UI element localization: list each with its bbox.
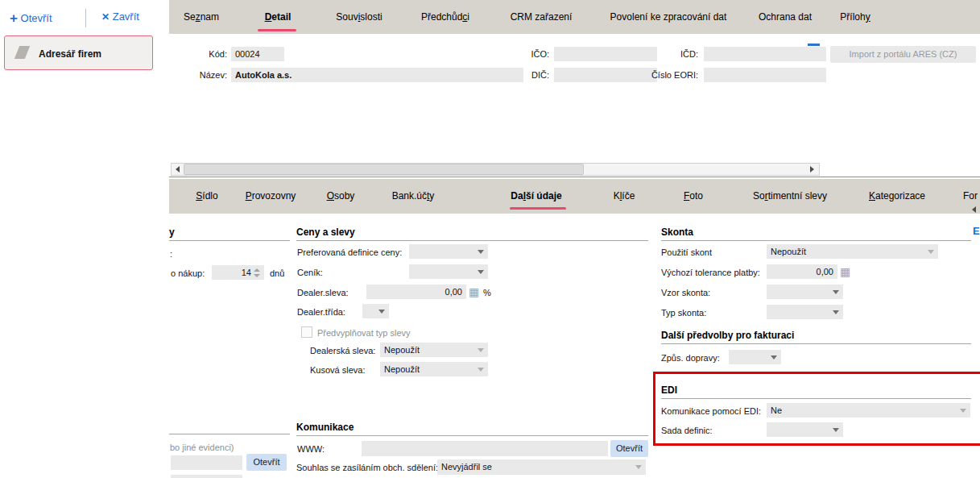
nazev-input[interactable]: AutoKola a.s. xyxy=(231,68,523,82)
prices-section-heading: Ceny a slevy xyxy=(296,227,648,241)
spinner-up-icon[interactable] xyxy=(254,268,260,272)
sada-definic-label: Sada definic: xyxy=(661,426,713,435)
dealer-sleva-input[interactable]: 0,00 xyxy=(366,285,466,299)
tab-dalsi-udaje[interactable]: Další údaje xyxy=(500,190,573,202)
cenik-label: Ceník: xyxy=(297,268,323,277)
tab-detail[interactable]: Detail xyxy=(255,11,300,23)
kod-input[interactable]: 00024 xyxy=(231,47,284,61)
typ-skonta-label: Typ skonta: xyxy=(661,308,706,318)
komunikace-section-heading: Komunikace xyxy=(296,422,648,436)
vzor-skonta-select[interactable] xyxy=(767,285,843,299)
tab-ochrana-dat[interactable]: Ochrana dat xyxy=(745,11,825,23)
icd-label: IČD: xyxy=(628,49,698,59)
tolerance-input[interactable]: 0,00 xyxy=(767,264,837,279)
scroll-left-icon[interactable] xyxy=(176,166,180,172)
zpus-dopravy-label: Způs. dopravy: xyxy=(661,353,720,363)
open-button-label: Otevřít xyxy=(21,12,52,24)
open-button[interactable]: + Otevřít xyxy=(10,10,52,27)
clipped-blue-element: E xyxy=(973,225,980,237)
typ-skonta-select[interactable] xyxy=(767,305,843,319)
nakup-label: o nákup: xyxy=(171,268,205,278)
edi-section-heading: EDI xyxy=(661,384,971,399)
sada-definic-select[interactable] xyxy=(767,422,843,437)
scrollbar-thumb[interactable] xyxy=(184,164,584,175)
calculator-icon[interactable]: ▦ xyxy=(840,266,850,277)
app-window: + Otevřít ✕ Zavřít Adresář firem Seznam … xyxy=(0,0,980,478)
eori-input[interactable] xyxy=(704,68,826,82)
left-note-fragment: bo jiné evidenci) xyxy=(170,443,234,452)
pref-definice-label: Preferovaná definice ceny: xyxy=(297,247,402,257)
percent-label: % xyxy=(483,288,491,297)
tab-prilohy[interactable]: Přílohy xyxy=(823,11,887,23)
tab-crm-zarazeni[interactable]: CRM zařazení xyxy=(501,11,581,23)
nakup-unit-label: dnů xyxy=(270,268,284,278)
tab-povoleni[interactable]: Povolení ke zpracování dat xyxy=(600,11,737,23)
www-label: WWW: xyxy=(297,444,325,454)
www-input[interactable] xyxy=(362,441,608,456)
komunikace-edi-select[interactable]: Ne xyxy=(767,403,970,418)
tab-osoby[interactable]: Osoby xyxy=(312,190,369,202)
dealerska-sleva-label: Dealerská sleva: xyxy=(310,346,375,355)
close-icon: ✕ xyxy=(101,11,110,23)
left-input-1[interactable] xyxy=(171,455,242,470)
kusova-sleva-label: Kusová sleva: xyxy=(310,365,365,375)
tab-predchudci[interactable]: Předchůdci xyxy=(413,11,478,23)
kod-label: Kód: xyxy=(169,49,227,59)
tab-provozovny[interactable]: Provozovny xyxy=(234,190,307,202)
chevron-down-icon xyxy=(478,250,484,254)
icd-input[interactable] xyxy=(704,47,826,61)
ares-import-button[interactable]: Import z portálu ARES (CZ) xyxy=(830,46,976,63)
tab-bank-ucty[interactable]: Bank.účty xyxy=(381,190,445,202)
souhlas-select[interactable]: Nevyjádřil se xyxy=(437,459,646,475)
predvyplnovat-label: Předvyplňovat typ slevy xyxy=(317,328,411,338)
skonta-section-heading: Skonta xyxy=(661,227,971,241)
module-card[interactable]: Adresář firem xyxy=(4,35,153,70)
ico-label: IČO: xyxy=(491,49,549,59)
focus-marker xyxy=(808,44,820,46)
chevron-down-icon xyxy=(771,355,777,360)
dealer-trida-select[interactable] xyxy=(362,304,389,318)
souhlas-label: Souhlas se zasíláním obch. sdělení: xyxy=(296,463,438,472)
fakturace-section-heading: Další předvolby pro fakturaci xyxy=(661,330,971,344)
tab-sidlo[interactable]: Sídlo xyxy=(179,190,235,202)
chevron-down-icon xyxy=(478,348,484,352)
chevron-down-icon xyxy=(478,368,484,372)
tab-klice[interactable]: Klíče xyxy=(596,190,652,202)
www-open-button[interactable]: Otevřít xyxy=(610,440,648,457)
pouziti-skont-select[interactable]: Nepoužít xyxy=(767,244,938,259)
chevron-down-icon xyxy=(635,465,642,469)
pref-definice-select[interactable] xyxy=(409,244,488,259)
tab-foto[interactable]: Foto xyxy=(665,190,722,202)
tab-souvislosti[interactable]: Souvislosti xyxy=(327,11,391,23)
left-section-heading-fragment: y xyxy=(169,227,290,241)
tab-scroll-left-icon[interactable] xyxy=(972,206,976,213)
close-button[interactable]: ✕ Zavřít xyxy=(101,10,139,23)
left-input-2[interactable] xyxy=(171,475,242,478)
dealer-trida-label: Dealer.třída: xyxy=(297,307,345,317)
left-label-fragment: : xyxy=(170,249,172,259)
zpus-dopravy-select[interactable] xyxy=(729,350,781,364)
active-detail-tab-underline xyxy=(510,207,566,210)
calculator-icon[interactable]: ▦ xyxy=(469,286,479,297)
dealerska-sleva-select[interactable]: Nepoužít xyxy=(380,343,488,357)
cenik-select[interactable] xyxy=(409,264,488,279)
tab-sortimentni-slevy[interactable]: Sortimentní slevy xyxy=(746,190,834,202)
plus-icon: + xyxy=(10,10,18,26)
nakup-spinner[interactable]: 14 xyxy=(212,265,264,280)
predvyplnovat-checkbox[interactable] xyxy=(301,326,312,338)
chevron-down-icon xyxy=(478,270,484,274)
left-open-button[interactable]: Otevřít xyxy=(246,454,287,471)
chevron-down-icon xyxy=(833,310,839,314)
tolerance-label: Výchozí tolerance platby: xyxy=(661,268,760,277)
chevron-down-icon xyxy=(833,290,839,294)
vzor-skonta-label: Vzor skonta: xyxy=(661,288,710,297)
spinner-down-icon[interactable] xyxy=(254,274,260,277)
tab-seznam[interactable]: Seznam xyxy=(179,11,224,23)
dealer-sleva-label: Dealer.sleva: xyxy=(297,288,349,297)
eori-label: Číslo EORI: xyxy=(628,70,698,80)
scroll-right-icon[interactable] xyxy=(810,166,814,172)
left-bottom-section-rule xyxy=(169,434,290,434)
tab-kategorizace[interactable]: Kategorizace xyxy=(857,190,937,202)
tab-formulare-clipped[interactable]: For xyxy=(963,190,980,202)
kusova-sleva-select[interactable]: Nepoužít xyxy=(380,362,488,376)
